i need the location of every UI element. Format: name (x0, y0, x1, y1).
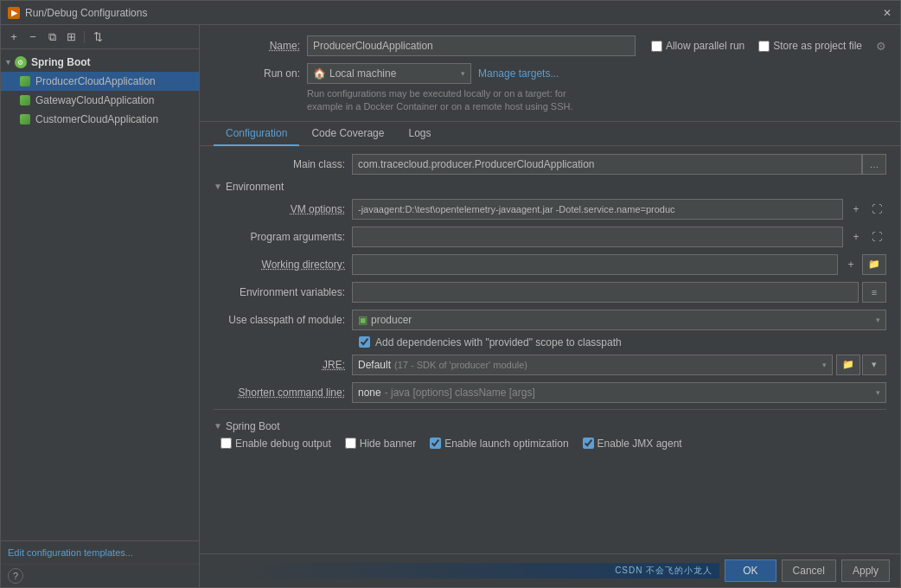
tab-code-coverage[interactable]: Code Coverage (299, 122, 396, 146)
copy-config-button[interactable]: ⧉ (44, 29, 60, 45)
working-dir-row: Working directory: + 📁 (214, 253, 886, 276)
hide-banner-checkbox[interactable] (345, 438, 356, 449)
jre-row: JRE: Default (17 - SDK of 'producer' mod… (214, 354, 886, 376)
producer-item[interactable]: ProducerCloudApplication (1, 72, 199, 91)
run-on-dropdown[interactable]: 🏠 Local machine ▾ (307, 63, 471, 84)
sidebar-toolbar: + − ⧉ ⊞ ⇅ (1, 25, 199, 49)
jre-dropdown-button[interactable]: ▾ (862, 355, 886, 375)
main-class-input[interactable] (352, 154, 862, 175)
close-button[interactable]: ✕ (881, 7, 893, 19)
move-config-button[interactable]: ⊞ (63, 29, 79, 45)
enable-debug-checkbox[interactable] (220, 438, 232, 449)
manage-targets-link[interactable]: Manage targets... (478, 67, 559, 80)
program-args-row: Program arguments: + ⛶ (214, 226, 886, 248)
workdir-browse-button[interactable]: 📁 (862, 254, 886, 275)
gateway-label: GatewayCloudApplication (35, 94, 154, 106)
module-arrow-icon: ▾ (876, 316, 880, 324)
classpath-module-label: Use classpath of module: (214, 314, 352, 326)
env-vars-input[interactable] (352, 282, 859, 303)
run-on-arrow-icon: ▾ (461, 69, 465, 78)
tab-logs[interactable]: Logs (396, 122, 443, 146)
remove-config-button[interactable]: − (25, 29, 41, 45)
jre-dropdown[interactable]: Default (17 - SDK of 'producer' module) … (352, 355, 833, 375)
vm-options-buttons: + ⛶ (847, 200, 886, 219)
env-vars-browse-button[interactable]: ≡ (862, 282, 886, 303)
classpath-module-row: Use classpath of module: ▣ producer ▾ (214, 309, 886, 331)
enable-jmx-text: Enable JMX agent (597, 438, 682, 450)
jre-buttons: 📁 ▾ (836, 355, 886, 375)
right-panel: Name: Allow parallel run Store as projec… (200, 25, 900, 587)
sort-config-button[interactable]: ⇅ (90, 29, 105, 45)
spring-boot-section-header[interactable]: ▼ Spring Boot (214, 420, 886, 432)
program-args-label: Program arguments: (214, 231, 352, 243)
gateway-item[interactable]: GatewayCloudApplication (1, 91, 199, 110)
workdir-add-button[interactable]: + (841, 255, 860, 274)
jre-label: JRE: (214, 359, 352, 371)
apply-button[interactable]: Apply (841, 559, 890, 582)
enable-launch-text: Enable launch optimization (444, 438, 568, 450)
add-dependencies-row: Add dependencies with "provided" scope t… (214, 336, 886, 348)
hint-line1: Run configurations may be executed local… (307, 88, 566, 99)
store-project-label: Store as project file (773, 40, 862, 52)
shorten-value: none (358, 387, 381, 399)
run-on-row: Run on: 🏠 Local machine ▾ Manage targets… (214, 63, 886, 84)
allow-parallel-checkbox[interactable] (651, 41, 662, 52)
spring-boot-label: Spring Boot (31, 56, 91, 68)
title-bar-right: ✕ (881, 7, 893, 19)
env-vars-buttons: ≡ (862, 282, 886, 303)
run-icon: ▶ (8, 7, 20, 19)
cancel-button[interactable]: Cancel (782, 559, 836, 582)
environment-section-header[interactable]: ▼ Environment (214, 181, 886, 193)
toolbar-separator (84, 31, 85, 43)
help-button[interactable]: ? (8, 568, 23, 584)
gateway-run-icon (18, 93, 32, 107)
module-value: producer (371, 314, 412, 326)
env-vars-label: Environment variables: (214, 286, 352, 298)
tab-configuration[interactable]: Configuration (214, 122, 299, 146)
main-class-browse-button[interactable]: … (862, 154, 886, 175)
allow-parallel-label: Allow parallel run (666, 40, 744, 52)
hide-banner-label[interactable]: Hide banner (345, 438, 416, 450)
sidebar: + − ⧉ ⊞ ⇅ ▼ ⚙ Spring Boot (1, 25, 200, 587)
env-vars-row: Environment variables: ≡ (214, 281, 886, 304)
jre-default-value: Default (358, 359, 391, 371)
hint-text: Run configurations may be executed local… (214, 87, 886, 114)
name-input[interactable] (307, 35, 636, 56)
shorten-dropdown[interactable]: none - java [options] className [args] ▾ (352, 382, 886, 403)
allow-parallel-checkbox-label[interactable]: Allow parallel run (651, 40, 744, 52)
spring-boot-collapse-icon: ▼ (214, 421, 222, 431)
settings-gear-icon[interactable]: ⚙ (876, 40, 886, 53)
working-dir-label: Working directory: (214, 259, 352, 271)
enable-debug-label[interactable]: Enable debug output (220, 438, 331, 450)
working-dir-buttons: + 📁 (841, 254, 886, 275)
header-checkboxes: Allow parallel run Store as project file… (651, 40, 886, 53)
app-run-icon (18, 74, 32, 88)
working-dir-input[interactable] (352, 254, 838, 275)
ok-button[interactable]: OK (725, 559, 776, 582)
customer-item[interactable]: CustomerCloudApplication (1, 110, 199, 129)
store-project-checkbox[interactable] (758, 41, 770, 52)
enable-jmx-label[interactable]: Enable JMX agent (583, 438, 682, 450)
enable-jmx-checkbox[interactable] (583, 438, 594, 449)
prog-add-button[interactable]: + (847, 227, 866, 246)
tabs-bar: Configuration Code Coverage Logs (200, 122, 900, 146)
jre-browse-button[interactable]: 📁 (836, 355, 860, 375)
hide-banner-text: Hide banner (360, 438, 416, 450)
enable-debug-text: Enable debug output (235, 438, 331, 450)
jre-arrow-icon: ▾ (822, 361, 827, 369)
vm-add-button[interactable]: + (847, 200, 866, 219)
enable-launch-checkbox[interactable] (430, 438, 441, 449)
add-dependencies-label: Add dependencies with "provided" scope t… (375, 336, 622, 348)
enable-launch-label[interactable]: Enable launch optimization (430, 438, 568, 450)
add-dependencies-checkbox[interactable] (359, 336, 370, 348)
shorten-row: Shorten command line: none - java [optio… (214, 381, 886, 404)
spring-boot-group[interactable]: ▼ ⚙ Spring Boot (1, 53, 199, 72)
module-dropdown[interactable]: ▣ producer ▾ (352, 310, 886, 330)
store-project-checkbox-label[interactable]: Store as project file (758, 40, 862, 52)
add-config-button[interactable]: + (6, 29, 22, 45)
prog-expand-button[interactable]: ⛶ (867, 227, 886, 246)
vm-expand-button[interactable]: ⛶ (867, 200, 886, 219)
main-class-label: Main class: (214, 158, 352, 170)
program-args-input[interactable] (352, 227, 843, 247)
edit-templates-link[interactable]: Edit configuration templates... (8, 547, 133, 558)
